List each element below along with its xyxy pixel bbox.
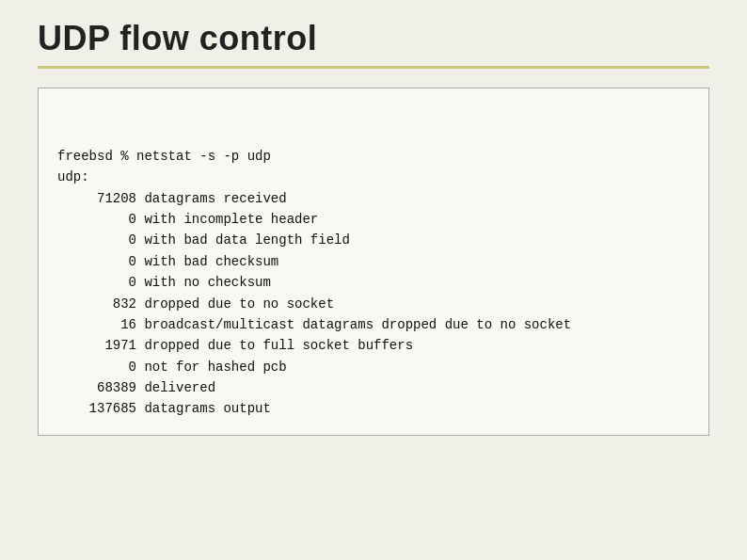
- code-line: 832 dropped due to no socket: [57, 294, 690, 314]
- code-line: 0 with bad data length field: [57, 230, 690, 250]
- code-line: 16 broadcast/multicast datagrams dropped…: [57, 314, 690, 335]
- code-block: freebsd % netstat -s -p udpudp: 71208 da…: [38, 88, 709, 436]
- code-line: 0 with no checksum: [57, 272, 690, 293]
- code-line: 0 with bad checksum: [57, 251, 690, 272]
- code-line: 71208 datagrams received: [57, 188, 690, 209]
- code-line: udp:: [57, 167, 690, 187]
- code-line: 68389 delivered: [57, 377, 690, 398]
- code-line: freebsd % netstat -s -p udp: [57, 146, 690, 167]
- code-line: 0 with incomplete header: [57, 209, 690, 230]
- page-title: UDP flow control: [38, 19, 709, 58]
- code-line: 0 not for hashed pcb: [57, 357, 690, 377]
- page-container: UDP flow control freebsd % netstat -s -p…: [0, 0, 747, 560]
- title-area: UDP flow control: [38, 19, 709, 69]
- code-line: 137685 datagrams output: [57, 398, 690, 419]
- code-line: 1971 dropped due to full socket buffers: [57, 335, 690, 356]
